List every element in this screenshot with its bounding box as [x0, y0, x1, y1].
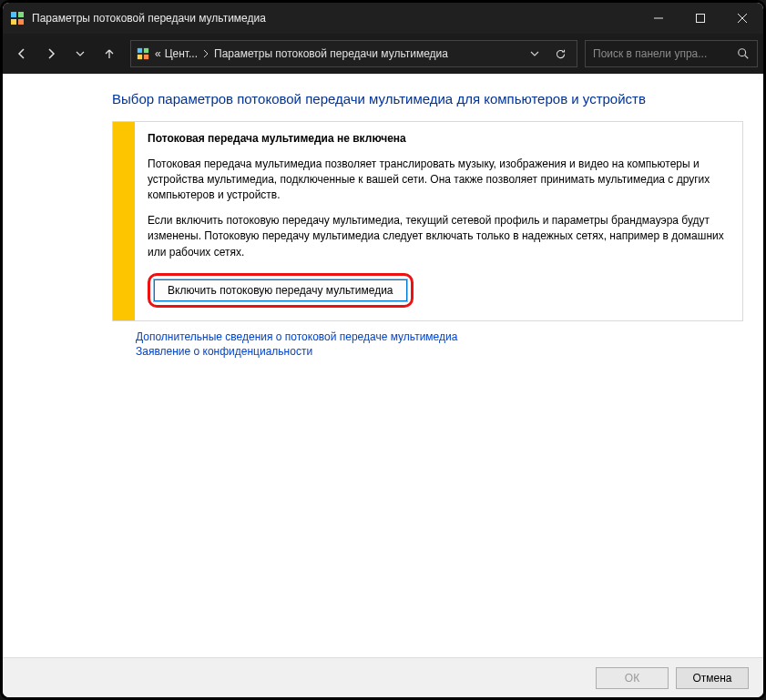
highlight-outline: Включить потоковую передачу мультимедиа [148, 273, 414, 308]
breadcrumb-part-2[interactable]: Параметры потоковой передачи мультимедиа [214, 47, 448, 60]
svg-rect-3 [18, 19, 24, 25]
link-privacy[interactable]: Заявление о конфиденциальности [136, 345, 743, 358]
svg-point-12 [739, 49, 746, 56]
svg-rect-1 [18, 12, 24, 17]
forward-button[interactable] [37, 40, 65, 67]
svg-rect-0 [11, 12, 16, 17]
info-heading: Потоковая передача мультимедиа не включе… [148, 131, 730, 147]
info-body: Потоковая передача мультимедиа не включе… [135, 122, 742, 320]
svg-rect-8 [138, 48, 142, 53]
recent-dropdown[interactable] [66, 40, 94, 67]
search-input[interactable] [593, 47, 733, 60]
cancel-button[interactable]: Отмена [676, 667, 749, 689]
links-block: Дополнительные сведения о потоковой пере… [112, 330, 743, 358]
address-dropdown[interactable] [522, 41, 547, 66]
close-button[interactable] [721, 3, 763, 34]
up-button[interactable] [96, 40, 123, 67]
svg-rect-2 [11, 19, 16, 25]
info-box: Потоковая передача мультимедиа не включе… [112, 121, 743, 321]
window: Параметры потоковой передачи мультимедиа [0, 0, 766, 700]
address-bar[interactable]: « Цент... Параметры потоковой передачи м… [130, 40, 577, 67]
breadcrumb-part-1[interactable]: Цент... [165, 47, 198, 60]
titlebar: Параметры потоковой передачи мультимедиа [3, 3, 763, 34]
search-icon [737, 47, 750, 60]
svg-rect-11 [144, 55, 148, 59]
enable-streaming-button[interactable]: Включить потоковую передачу мультимедиа [154, 279, 407, 301]
window-controls [638, 3, 763, 34]
svg-rect-5 [697, 15, 705, 23]
minimize-button[interactable] [638, 3, 679, 34]
maximize-button[interactable] [679, 3, 721, 34]
window-title: Параметры потоковой передачи мультимедиа [32, 12, 638, 25]
info-paragraph-1: Потоковая передача мультимедиа позволяет… [148, 157, 730, 204]
link-more-info[interactable]: Дополнительные сведения о потоковой пере… [136, 330, 743, 343]
info-stripe [113, 122, 135, 320]
ok-button: ОК [596, 667, 669, 689]
toolbar: « Цент... Параметры потоковой передачи м… [3, 34, 763, 74]
svg-rect-9 [144, 48, 148, 53]
chevron-right-icon[interactable] [198, 50, 214, 57]
back-button[interactable] [8, 40, 36, 67]
address-icon [135, 46, 151, 62]
svg-line-13 [745, 56, 749, 59]
svg-rect-10 [138, 55, 142, 59]
app-icon [10, 11, 25, 25]
search-box[interactable] [585, 40, 758, 67]
footer: ОК Отмена [3, 657, 763, 697]
content-area: Выбор параметров потоковой передачи муль… [3, 74, 763, 657]
page-title: Выбор параметров потоковой передачи муль… [112, 90, 743, 108]
info-paragraph-2: Если включить потоковую передачу мультим… [148, 213, 730, 260]
refresh-button[interactable] [547, 41, 573, 66]
breadcrumb-prefix: « [155, 47, 161, 60]
